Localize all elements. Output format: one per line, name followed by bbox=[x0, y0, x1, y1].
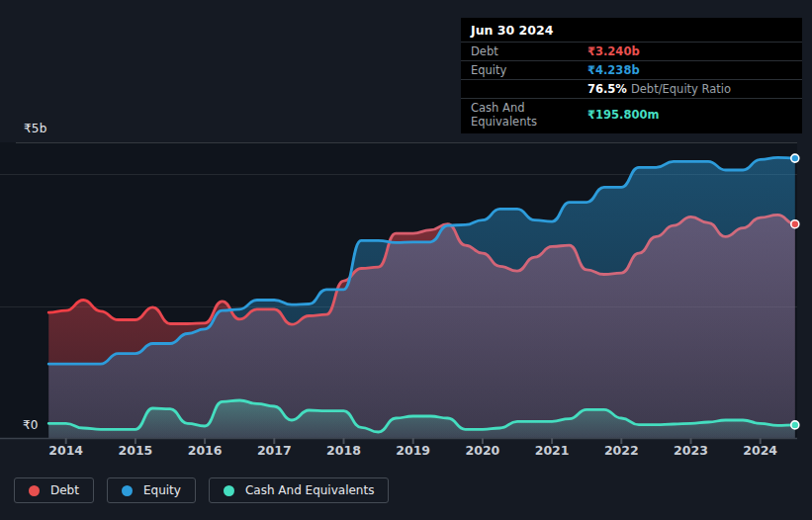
equity-end-marker bbox=[791, 154, 799, 162]
tooltip-equity-value: ₹4.238b bbox=[587, 63, 640, 77]
tooltip-debt-value: ₹3.240b bbox=[587, 44, 640, 58]
legend-label-cash: Cash And Equivalents bbox=[245, 483, 375, 497]
tooltip-row-equity: Equity ₹4.238b bbox=[461, 61, 802, 80]
legend-label-equity: Equity bbox=[143, 483, 181, 497]
legend-item-cash[interactable]: Cash And Equivalents bbox=[209, 477, 390, 503]
tooltip-equity-label: Equity bbox=[471, 63, 587, 77]
legend-item-equity[interactable]: Equity bbox=[107, 477, 196, 503]
x-axis-label-2014: 2014 bbox=[42, 443, 91, 458]
tooltip-ratio-label: Debt/Equity Ratio bbox=[631, 82, 731, 96]
tooltip-row-debt: Debt ₹3.240b bbox=[461, 43, 802, 61]
tooltip-cash-label: Cash And Equivalents bbox=[471, 101, 587, 129]
x-axis-label-2020: 2020 bbox=[458, 443, 507, 458]
chart-tooltip: Jun 30 2024 Debt ₹3.240b Equity ₹4.238b … bbox=[461, 18, 802, 133]
x-axis-label-2019: 2019 bbox=[389, 443, 438, 458]
y-axis-label-top: ₹5b bbox=[24, 122, 47, 135]
x-axis-label-2022: 2022 bbox=[596, 443, 646, 458]
cash-end-marker bbox=[791, 421, 799, 429]
x-axis-label-2021: 2021 bbox=[527, 443, 577, 458]
x-axis-label-2016: 2016 bbox=[180, 443, 229, 458]
debt-series-dot bbox=[29, 485, 40, 496]
equity-series-dot bbox=[122, 485, 133, 496]
legend-label-debt: Debt bbox=[50, 483, 79, 497]
tooltip-row-cash: Cash And Equivalents ₹195.800m bbox=[461, 99, 802, 133]
tooltip-debt-label: Debt bbox=[471, 44, 587, 58]
y-axis-label-zero: ₹0 bbox=[23, 418, 39, 432]
legend-item-debt[interactable]: Debt bbox=[14, 477, 94, 503]
x-axis-label-2023: 2023 bbox=[667, 443, 716, 458]
debt-end-marker bbox=[791, 220, 799, 228]
x-axis-label-2018: 2018 bbox=[319, 443, 369, 458]
tooltip-row-ratio: 76.5% Debt/Equity Ratio bbox=[461, 80, 802, 99]
x-axis-label-2024: 2024 bbox=[736, 443, 785, 458]
debt-equity-history-chart: ₹5b ₹0 201420152016201720182019202020212… bbox=[0, 0, 812, 520]
x-axis-label-2015: 2015 bbox=[111, 443, 160, 458]
x-axis-label-2017: 2017 bbox=[249, 443, 299, 458]
tooltip-cash-value: ₹195.800m bbox=[587, 108, 659, 122]
chart-legend: Debt Equity Cash And Equivalents bbox=[14, 477, 389, 503]
cash-series-dot bbox=[224, 485, 234, 496]
tooltip-ratio-value: 76.5% bbox=[587, 82, 627, 96]
tooltip-date: Jun 30 2024 bbox=[461, 18, 802, 43]
